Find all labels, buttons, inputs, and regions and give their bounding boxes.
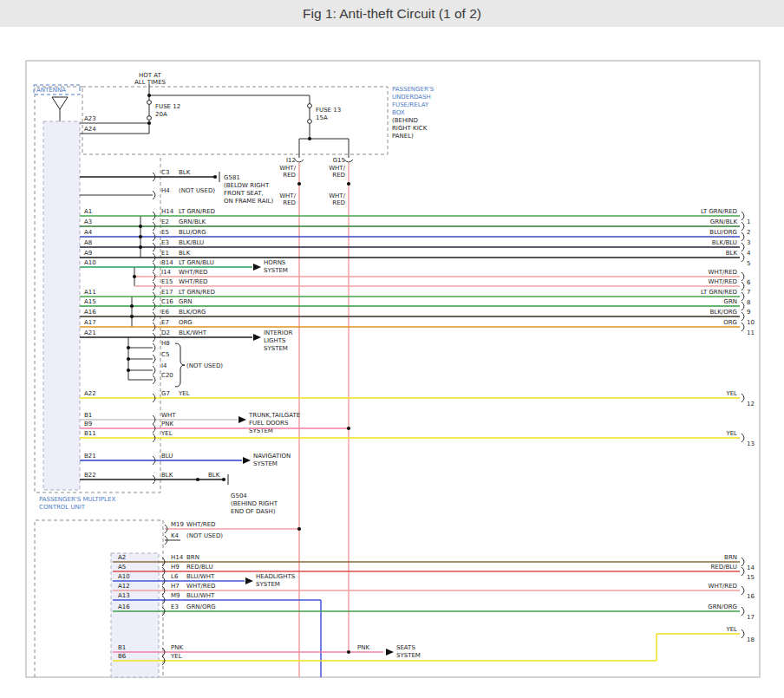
wire-color-label: WHT/RED [186,521,216,528]
wire-color-label: RED/BLU [186,564,213,571]
wire-color-label: BLK/BLU [712,239,737,246]
pin-label: A2 [118,554,126,561]
terminal-number: 2 [747,229,750,236]
system-label: NAVIGATION [253,453,291,460]
pin-label: I14 [161,269,172,276]
terminal-number: 6 [747,279,751,286]
diagram-label: 15A [316,114,328,121]
component-name-label: UNDERDASH [392,94,431,101]
diagram-label: FUSE 12 [155,103,180,110]
multiplex-connector-area [43,121,80,490]
pin-label: G7 [161,390,170,397]
pin-label: E5 [161,229,169,236]
wire-color-label: GRN/ORG [186,603,216,610]
system-label: SYSTEM [396,652,421,659]
junction-dot [139,235,142,238]
pin-label: A15 [84,298,96,305]
wire-color-label: BLK [161,472,173,479]
pin-label: A1 [84,208,92,215]
terminal-number: 12 [747,401,755,408]
junction-dot [139,225,142,228]
system-label: SEATS [396,644,415,651]
pin-label: A21 [84,329,96,336]
pin-label: B14 [161,259,173,266]
pin-label: A23 [84,115,96,122]
junction-dot [139,245,142,249]
system-label: SYSTEM [253,460,278,467]
pin-label: B6 [118,653,127,660]
terminal-number: 11 [747,329,755,336]
pin-label: H7 [171,583,180,590]
junction-dot [347,427,350,430]
junction-dot [127,346,130,349]
pin-label: E1 [161,250,169,257]
terminal-number: 1 [747,219,750,225]
pin-label: B22 [84,472,96,479]
junction-dot [196,478,199,481]
pin-label: A16 [84,309,96,316]
terminal-number: 4 [747,250,751,257]
pin-label: A4 [84,229,93,236]
pin-label: E2 [161,219,169,225]
ground-label: END OF DASH) [231,508,276,515]
wire-color-label: LT GRN/RED [701,289,737,296]
wire-color-label: YEL [170,653,182,660]
wire-color-label: BLU/ORG [179,229,206,236]
not-used-label: (NOT USED) [186,532,223,539]
pin-label: E3 [171,603,179,610]
pin-label: H4 [161,187,170,194]
wire-color-label: WHT/RED [179,269,208,276]
wire-color-label: YEL [725,626,737,633]
pin-label: K4 [171,532,180,539]
wire-color-label: YEL [160,430,173,437]
pin-label: H9 [171,564,180,571]
wire-color-label: LT GRN/RED [701,208,737,215]
wire-color-label: BLK [208,472,220,479]
diagram-label: WHT/ [279,165,296,172]
wire-color-label: BLU/WHT [186,573,215,580]
junction-dot [147,94,151,97]
terminal-number: 5 [747,260,750,267]
diagram-label: WHT/ [329,192,345,199]
junction-dot [347,182,350,186]
wire-color-label: WHT [161,412,176,419]
wire-color-label: ORG [179,319,193,326]
pin-label: A24 [84,126,96,133]
fuse-element [147,101,152,105]
pin-label: A9 [84,250,92,257]
wire-color-label: ORG [723,319,737,326]
pin-label: C3 [161,169,169,176]
junction-dot [127,369,130,372]
terminal-number: 17 [747,614,755,621]
pin-label: C20 [161,372,173,379]
wire-color-label: YEL [178,390,190,397]
junction-dot [130,304,134,308]
wire-color-label: WHT/RED [709,278,738,285]
wire-color-label: GRN/ORG [708,603,737,610]
wire-color-label: BLU/WHT [186,592,215,599]
diagram-label: RED [332,172,345,179]
ground-label: G581 [224,174,240,181]
pin-label: I4 [161,362,167,369]
pin-label: E17 [161,289,173,296]
pin-label: B9 [84,421,92,427]
pin-label: A12 [118,583,130,590]
page: Fig 1: Anti-theft Circuit (1 of 2) A23A2… [0,0,784,698]
diagram-label: RIGHT KICK [392,125,428,132]
wire-color-label: GRN [723,298,737,305]
system-label: SYSTEM [264,267,288,274]
component-name-label: PASSENGER'S [392,86,434,93]
ground-label: (BELOW RIGHT [224,182,270,189]
wire-color-label: BLU/ORG [709,229,737,236]
wire-color-label: BRN [186,554,199,561]
pin-label: A11 [84,289,96,296]
diagram-label: RED [283,172,296,179]
wire-color-label: BLU [161,453,173,460]
terminal-number: 16 [747,593,755,600]
diagram-label: PANEL) [392,133,414,140]
diagram-label: WHT/ [279,192,296,199]
pin-label: C16 [161,298,173,305]
junction-dot [133,275,136,278]
pin-label: E6 [161,309,169,316]
wire-color-label: LT GRN/RED [179,289,215,296]
